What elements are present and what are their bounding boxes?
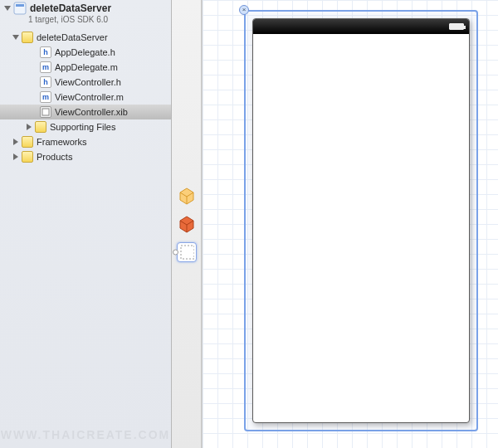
disclosure-triangle-icon[interactable] xyxy=(12,35,19,40)
interface-builder-canvas[interactable]: × xyxy=(202,0,498,448)
project-header[interactable]: deleteDataServer 1 target, iOS SDK 6.0 xyxy=(0,0,171,28)
folder-row[interactable]: Supporting Files xyxy=(0,119,171,134)
file-label: ViewController.m xyxy=(55,92,124,102)
folder-row[interactable]: Frameworks xyxy=(0,134,171,149)
disclosure-triangle-icon[interactable] xyxy=(4,6,11,11)
header-file-icon: h xyxy=(40,76,51,88)
project-navigator[interactable]: deleteDataServer 1 target, iOS SDK 6.0 d… xyxy=(0,0,172,448)
file-row[interactable]: m ViewController.m xyxy=(0,90,171,105)
project-subtitle: 1 target, iOS SDK 6.0 xyxy=(28,15,168,25)
iphone-view[interactable] xyxy=(252,18,470,423)
view-object-icon[interactable] xyxy=(177,242,197,262)
project-name: deleteDataServer xyxy=(30,2,111,14)
impl-file-icon: m xyxy=(40,61,51,73)
folder-label: deleteDataServer xyxy=(37,32,108,42)
disclosure-triangle-icon[interactable] xyxy=(13,153,18,160)
folder-label: Products xyxy=(37,152,72,162)
document-outline[interactable] xyxy=(172,0,202,448)
svg-rect-2 xyxy=(42,109,49,115)
file-row[interactable]: m AppDelegate.m xyxy=(0,60,171,75)
file-label: ViewController.h xyxy=(55,77,121,87)
impl-file-icon: m xyxy=(40,91,51,103)
header-file-icon: h xyxy=(40,46,51,58)
file-tree: deleteDataServer h AppDelegate.h m AppDe… xyxy=(0,28,171,164)
file-row-selected[interactable]: ViewController.xib xyxy=(0,105,171,119)
xib-file-icon xyxy=(40,106,51,118)
folder-label: Frameworks xyxy=(37,137,87,147)
status-bar xyxy=(253,19,469,34)
svg-rect-1 xyxy=(16,4,24,7)
svg-rect-7 xyxy=(181,246,194,259)
file-label: AppDelegate.h xyxy=(55,47,115,57)
close-handle-icon[interactable]: × xyxy=(239,5,249,15)
folder-icon xyxy=(22,32,33,43)
file-label: ViewController.xib xyxy=(55,107,128,117)
battery-icon xyxy=(449,23,464,30)
folder-icon xyxy=(35,121,46,133)
disclosure-triangle-icon[interactable] xyxy=(13,139,18,145)
xcode-window: deleteDataServer 1 target, iOS SDK 6.0 d… xyxy=(0,0,498,448)
folder-label: Supporting Files xyxy=(50,122,116,132)
selection-frame[interactable]: × xyxy=(244,10,478,431)
folder-row[interactable]: Products xyxy=(0,149,171,164)
xcode-project-icon xyxy=(13,2,27,15)
files-owner-icon[interactable] xyxy=(177,186,197,206)
folder-icon xyxy=(22,136,33,148)
folder-icon xyxy=(22,151,33,163)
disclosure-triangle-icon[interactable] xyxy=(27,124,32,130)
file-label: AppDelegate.m xyxy=(55,62,118,72)
file-row[interactable]: h AppDelegate.h xyxy=(0,45,171,60)
first-responder-icon[interactable] xyxy=(177,214,197,234)
folder-row[interactable]: deleteDataServer xyxy=(0,30,171,45)
file-row[interactable]: h ViewController.h xyxy=(0,75,171,90)
watermark-text: WWW.THAICREATE.COM xyxy=(0,428,171,441)
